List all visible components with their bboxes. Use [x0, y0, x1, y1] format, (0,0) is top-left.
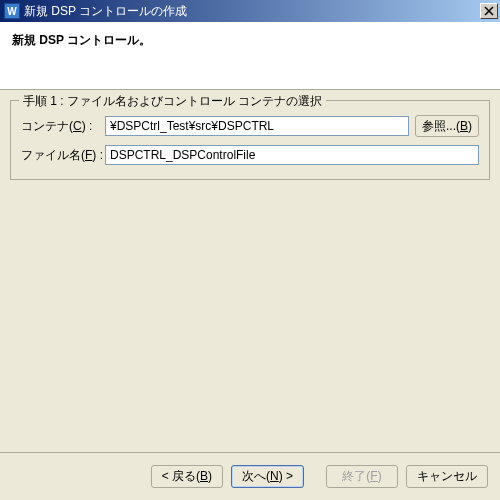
back-button[interactable]: < 戻る(B) — [151, 465, 223, 488]
filename-row: ファイル名(F) : — [21, 145, 479, 165]
browse-button[interactable]: 参照...(B) — [415, 115, 479, 137]
wizard-header: 新規 DSP コントロール。 — [0, 22, 500, 90]
wizard-content: 手順 1 : ファイル名およびコントロール コンテナの選択 コンテナ(C) : … — [0, 90, 500, 452]
finish-button: 終了(F) — [326, 465, 398, 488]
container-label: コンテナ(C) : — [21, 118, 99, 135]
step1-legend: 手順 1 : ファイル名およびコントロール コンテナの選択 — [19, 93, 326, 110]
next-button[interactable]: 次へ(N) > — [231, 465, 304, 488]
step1-group: 手順 1 : ファイル名およびコントロール コンテナの選択 コンテナ(C) : … — [10, 100, 490, 180]
close-icon — [484, 6, 494, 16]
cancel-button[interactable]: キャンセル — [406, 465, 488, 488]
container-input[interactable] — [105, 116, 409, 136]
titlebar: W 新規 DSP コントロールの作成 — [0, 0, 500, 22]
container-row: コンテナ(C) : 参照...(B) — [21, 115, 479, 137]
filename-input[interactable] — [105, 145, 479, 165]
filename-label: ファイル名(F) : — [21, 147, 99, 164]
button-bar: < 戻る(B) 次へ(N) > 終了(F) キャンセル — [0, 452, 500, 500]
window-title: 新規 DSP コントロールの作成 — [24, 3, 187, 20]
app-icon: W — [4, 3, 20, 19]
page-title: 新規 DSP コントロール。 — [12, 32, 488, 49]
close-button[interactable] — [480, 3, 498, 19]
